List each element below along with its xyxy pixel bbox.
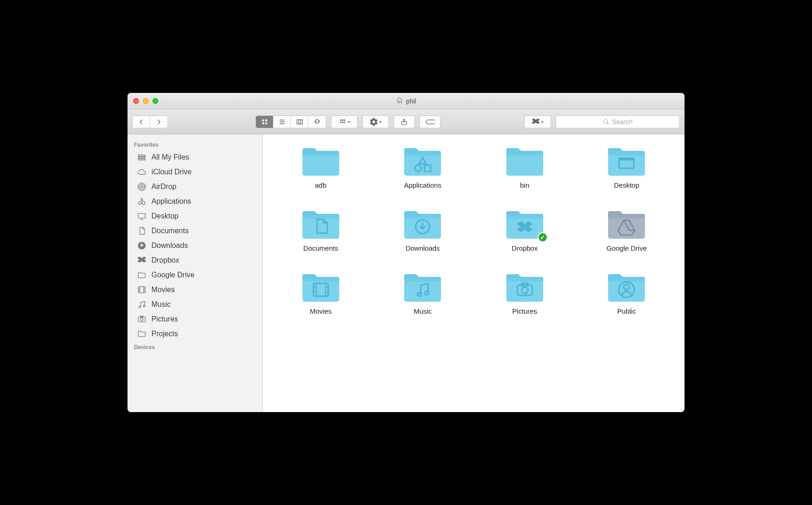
svg-rect-81: [506, 279, 543, 281]
toolbar: ▾ ▾ ▾ Search: [128, 109, 684, 134]
folder-label: Music: [414, 307, 432, 315]
downloads-icon: [137, 241, 147, 251]
svg-rect-15: [342, 119, 343, 121]
airdrop-icon: [137, 182, 147, 192]
svg-point-41: [139, 306, 141, 308]
pictures-icon: [137, 314, 147, 324]
sidebar-item-label: Pictures: [151, 315, 178, 323]
svg-rect-17: [340, 121, 342, 123]
sidebar-item-label: Music: [151, 300, 171, 309]
folder-item-movies[interactable]: Movies: [272, 270, 370, 315]
share-button[interactable]: [394, 115, 415, 128]
svg-point-27: [139, 184, 145, 189]
svg-rect-54: [608, 153, 645, 176]
sidebar-item-label: All My Files: [151, 153, 189, 161]
sidebar-item-icloud-drive[interactable]: iCloud Drive: [128, 165, 262, 179]
folder-item-dropbox[interactable]: ✓Dropbox: [476, 207, 574, 252]
documents-icon: [137, 226, 147, 236]
svg-rect-2: [265, 119, 267, 121]
svg-rect-47: [302, 153, 339, 155]
folder-item-public[interactable]: Public: [578, 270, 676, 315]
list-view-button[interactable]: [273, 116, 291, 128]
sidebar-item-desktop[interactable]: Desktop: [128, 209, 262, 224]
folder-label: Public: [617, 307, 636, 315]
finder-window: phil: [128, 93, 684, 412]
folder-icon: [300, 144, 342, 178]
close-button[interactable]: [133, 98, 139, 104]
traffic-lights: [128, 98, 158, 104]
sidebar-item-label: Desktop: [151, 212, 179, 220]
folder-label: Desktop: [614, 181, 639, 189]
chevron-down-icon: ▾: [541, 120, 544, 124]
action-button[interactable]: ▾: [362, 115, 389, 128]
minimize-button[interactable]: [143, 98, 149, 104]
svg-rect-19: [344, 121, 345, 123]
content-area[interactable]: adbApplicationsbinDesktopDocumentsDownlo…: [263, 134, 684, 412]
sidebar-item-downloads[interactable]: Downloads: [128, 238, 262, 253]
svg-rect-68: [302, 279, 339, 281]
svg-rect-23: [139, 155, 145, 156]
sidebar-item-documents[interactable]: Documents: [128, 224, 262, 238]
folder-icon: [605, 144, 648, 178]
svg-rect-59: [302, 216, 339, 218]
folder-item-documents[interactable]: Documents: [272, 207, 370, 252]
sidebar-item-music[interactable]: Music: [128, 297, 262, 312]
folder-icon: [300, 270, 342, 304]
window-body: FavoritesAll My FilesiCloud DriveAirDrop…: [128, 134, 684, 412]
svg-rect-4: [265, 122, 267, 124]
sidebar-item-label: AirDrop: [151, 183, 176, 191]
forward-button[interactable]: [150, 116, 168, 128]
folder-label: Dropbox: [511, 244, 538, 252]
svg-point-29: [139, 201, 141, 204]
sidebar-item-airdrop[interactable]: AirDrop: [128, 179, 262, 194]
search-field[interactable]: Search: [556, 115, 680, 128]
sidebar-item-google-drive[interactable]: Google Drive: [128, 268, 262, 282]
zoom-button[interactable]: [152, 98, 158, 104]
folder-item-applications[interactable]: Applications: [374, 144, 472, 189]
folder-item-music[interactable]: Music: [374, 270, 472, 315]
folder-icon: [504, 270, 546, 304]
sidebar-item-label: Google Drive: [151, 271, 194, 279]
sidebar-item-all-my-files[interactable]: All My Files: [128, 150, 262, 165]
svg-rect-49: [404, 153, 441, 155]
folder-icon: [300, 207, 342, 241]
svg-rect-77: [404, 279, 441, 281]
sidebar-item-label: Dropbox: [151, 256, 179, 264]
folder-item-downloads[interactable]: Downloads: [374, 207, 472, 252]
svg-rect-46: [302, 153, 339, 176]
titlebar: phil: [128, 93, 684, 109]
folder-label: bin: [520, 181, 529, 189]
sidebar-item-applications[interactable]: Applications: [128, 194, 262, 209]
sidebar-section-label: Devices: [128, 341, 262, 352]
sidebar-item-dropbox[interactable]: Dropbox: [128, 253, 262, 268]
column-view-button[interactable]: [291, 116, 308, 128]
svg-rect-80: [506, 279, 543, 302]
dropbox-toolbar-button[interactable]: ▾: [524, 115, 551, 128]
search-placeholder: Search: [612, 118, 632, 126]
sidebar-item-label: Movies: [151, 286, 175, 294]
folder-item-adb[interactable]: adb: [272, 144, 370, 189]
svg-rect-18: [342, 121, 343, 123]
arrange-button[interactable]: ▾: [331, 115, 358, 128]
coverflow-view-button[interactable]: [308, 116, 326, 128]
back-button[interactable]: [133, 116, 150, 128]
sidebar-item-movies[interactable]: Movies: [128, 282, 262, 297]
sidebar-item-projects[interactable]: Projects: [128, 327, 262, 341]
svg-rect-86: [608, 279, 645, 281]
folder-item-desktop[interactable]: Desktop: [578, 144, 676, 189]
folder-label: Downloads: [406, 244, 440, 252]
icon-view-button[interactable]: [256, 116, 273, 128]
dropbox-icon: [137, 255, 147, 265]
svg-rect-14: [340, 119, 342, 121]
sidebar-item-label: Projects: [151, 330, 178, 338]
folder-label: adb: [315, 181, 326, 189]
svg-rect-30: [142, 201, 145, 204]
tags-button[interactable]: [419, 115, 441, 128]
sidebar-item-pictures[interactable]: Pictures: [128, 312, 262, 327]
svg-rect-16: [344, 119, 345, 121]
folder-item-google-drive[interactable]: Google Drive: [578, 207, 676, 252]
folder-item-bin[interactable]: bin: [476, 144, 574, 189]
folder-item-pictures[interactable]: Pictures: [476, 270, 574, 315]
sidebar-item-label: Applications: [151, 197, 191, 206]
folder-label: Pictures: [512, 307, 537, 315]
